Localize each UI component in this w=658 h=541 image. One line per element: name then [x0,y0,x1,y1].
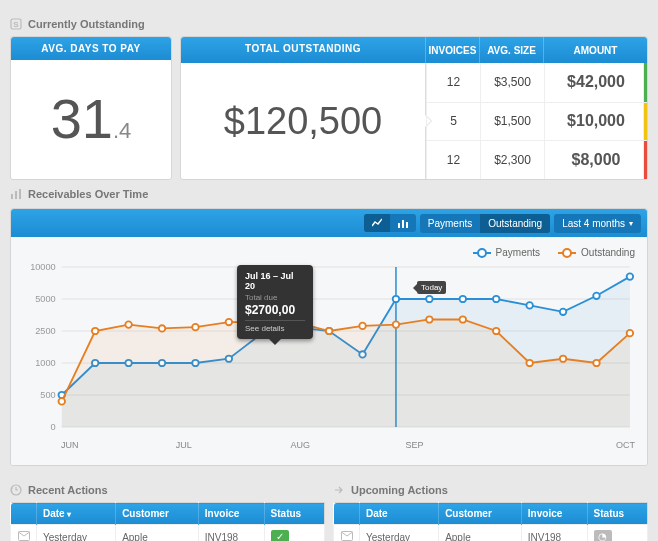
tooltip-details-link[interactable]: See details [245,320,305,333]
col-status[interactable]: Status [587,503,647,525]
range-dropdown[interactable]: Last 4 months [554,214,641,233]
toggle-outstanding[interactable]: Outstanding [480,214,550,233]
col-status[interactable]: Status [264,503,324,525]
svg-point-35 [526,302,533,308]
svg-point-39 [58,398,65,404]
col-icon [334,503,360,525]
range-label[interactable]: Last 4 months [554,214,641,233]
col-date[interactable]: Date [360,503,439,525]
svg-point-52 [493,328,500,334]
svg-point-44 [226,319,233,325]
receivables-chart-card: Payments Outstanding Last 4 months Payme… [10,208,648,466]
col-customer[interactable]: Customer [439,503,522,525]
outstanding-row: 12$3,500$42,000 [426,63,647,102]
col-invoice[interactable]: Invoice [198,503,264,525]
svg-text:5000: 5000 [35,294,55,304]
toggle-payments[interactable]: Payments [420,214,480,233]
svg-point-56 [627,330,634,336]
section-title: Receivables Over Time [28,188,148,200]
section-title: Upcoming Actions [351,484,448,496]
tooltip-range: Jul 16 – Jul 20 [245,271,305,291]
today-marker: Today [417,281,446,294]
legend-payments: Payments [496,247,540,258]
svg-point-54 [560,356,567,362]
svg-text:S: S [13,20,19,29]
total-outstanding-amount: $120,500 [224,100,383,143]
svg-point-49 [393,321,400,327]
svg-rect-6 [402,220,404,228]
outstanding-row: 12$2,300$8,000 [426,140,647,179]
section-receivables-header: Receivables Over Time [10,188,648,200]
svg-rect-7 [406,222,408,228]
legend-outstanding: Outstanding [581,247,635,258]
col-date[interactable]: Date [37,503,116,525]
history-icon [10,484,22,496]
svg-point-41 [125,321,132,327]
svg-text:1000: 1000 [35,358,55,368]
svg-point-31 [393,296,400,302]
svg-point-42 [159,325,166,331]
forward-icon [333,484,345,496]
tooltip-value: $2700,00 [245,303,305,317]
svg-point-47 [326,328,333,334]
section-recent-header: Recent Actions [10,484,325,496]
col-icon [11,503,37,525]
svg-point-34 [493,296,500,302]
mail-icon [11,525,37,542]
chart-type-toggle[interactable] [364,214,416,232]
mail-icon [334,525,360,542]
col-avg-size: AVG. SIZE [479,37,543,63]
svg-point-43 [192,324,199,330]
svg-point-40 [92,328,99,334]
chart-tooltip: Jul 16 – Jul 20 Total due $2700,00 See d… [237,265,313,339]
svg-text:500: 500 [40,390,55,400]
svg-text:10000: 10000 [30,262,55,272]
svg-point-36 [560,309,567,315]
table-row[interactable]: Yesterday Apple INV198 ◔ [334,525,648,542]
status-badge: ◔ [594,530,612,541]
outstanding-row: 5$1,500$10,000 [426,102,647,141]
svg-point-48 [359,323,366,329]
svg-point-50 [426,316,433,322]
col-invoice[interactable]: Invoice [521,503,587,525]
svg-point-53 [526,360,533,366]
avg-days-header: AVG. DAYS TO PAY [11,37,171,60]
status-badge: ✓ [271,530,289,541]
line-chart-icon[interactable] [364,214,390,232]
col-amount: AMOUNT [543,37,647,63]
tooltip-label: Total due [245,293,305,302]
svg-rect-5 [398,223,400,228]
col-customer[interactable]: Customer [116,503,199,525]
bars-icon [10,188,22,200]
avg-days-decimal: .4 [113,118,131,144]
svg-text:0: 0 [51,422,56,432]
svg-text:2500: 2500 [35,326,55,336]
svg-rect-2 [11,194,13,199]
section-upcoming-header: Upcoming Actions [333,484,648,496]
series-toggle[interactable]: Payments Outstanding [420,214,550,233]
total-outstanding-card: TOTAL OUTSTANDING INVOICES AVG. SIZE AMO… [180,36,648,180]
svg-point-33 [460,296,467,302]
avg-days-integer: 31 [51,86,113,151]
svg-rect-4 [19,189,21,199]
recent-actions-table: Date Customer Invoice Status Yesterday A… [10,502,325,541]
section-title: Recent Actions [28,484,108,496]
avg-days-card: AVG. DAYS TO PAY 31 .4 [10,36,172,180]
total-outstanding-header: TOTAL OUTSTANDING [181,37,425,63]
svg-point-55 [593,360,600,366]
chart-toolbar: Payments Outstanding Last 4 months [11,209,647,237]
svg-point-37 [593,293,600,299]
bar-chart-icon[interactable] [390,214,416,232]
col-invoices: INVOICES [425,37,479,63]
svg-point-38 [627,273,634,279]
chart-legend: Payments Outstanding [23,247,635,258]
section-outstanding-header: S Currently Outstanding [10,18,648,30]
svg-rect-3 [15,191,17,199]
line-chart: 050010002500500010000 [23,262,635,437]
svg-point-32 [426,296,433,302]
section-title: Currently Outstanding [28,18,145,30]
upcoming-actions-table: Date Customer Invoice Status Yesterday A… [333,502,648,541]
table-row[interactable]: Yesterday Apple INV198 ✓ [11,525,325,542]
dollar-icon: S [10,18,22,30]
svg-point-51 [460,316,467,322]
